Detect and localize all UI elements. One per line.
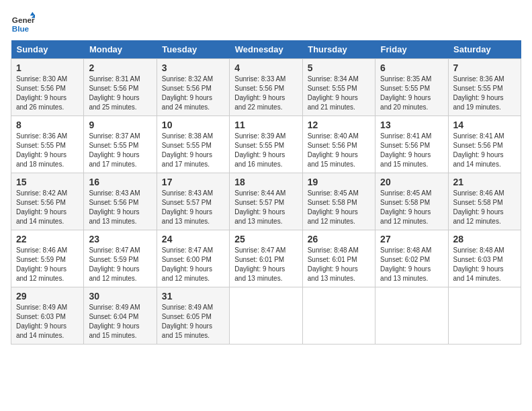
calendar-cell: 13Sunrise: 8:41 AM Sunset: 5:56 PM Dayli…: [375, 116, 448, 173]
day-number: 16: [89, 177, 151, 187]
day-info: Sunrise: 8:46 AM Sunset: 5:58 PM Dayligh…: [453, 189, 516, 226]
calendar-cell: [302, 287, 375, 345]
day-number: 1: [16, 62, 79, 73]
day-info: Sunrise: 8:34 AM Sunset: 5:55 PM Dayligh…: [308, 75, 370, 112]
calendar-cell: 17Sunrise: 8:43 AM Sunset: 5:57 PM Dayli…: [157, 173, 229, 230]
day-info: Sunrise: 8:33 AM Sunset: 5:56 PM Dayligh…: [234, 75, 297, 112]
day-info: Sunrise: 8:31 AM Sunset: 5:56 PM Dayligh…: [89, 75, 151, 112]
day-info: Sunrise: 8:36 AM Sunset: 5:55 PM Dayligh…: [16, 132, 79, 169]
day-info: Sunrise: 8:43 AM Sunset: 5:57 PM Dayligh…: [162, 189, 224, 226]
logo-icon: General Blue: [11, 11, 35, 35]
calendar-week-row: 22Sunrise: 8:46 AM Sunset: 5:59 PM Dayli…: [11, 230, 521, 287]
day-info: Sunrise: 8:41 AM Sunset: 5:56 PM Dayligh…: [453, 132, 516, 169]
day-info: Sunrise: 8:45 AM Sunset: 5:58 PM Dayligh…: [308, 189, 370, 226]
day-info: Sunrise: 8:40 AM Sunset: 5:56 PM Dayligh…: [308, 132, 370, 169]
calendar-cell: 22Sunrise: 8:46 AM Sunset: 5:59 PM Dayli…: [11, 230, 84, 287]
day-number: 18: [234, 177, 297, 187]
calendar-cell: 5Sunrise: 8:34 AM Sunset: 5:55 PM Daylig…: [302, 59, 375, 116]
col-header-tuesday: Tuesday: [157, 40, 229, 59]
day-info: Sunrise: 8:43 AM Sunset: 5:56 PM Dayligh…: [89, 189, 151, 226]
calendar-cell: 7Sunrise: 8:36 AM Sunset: 5:55 PM Daylig…: [448, 59, 521, 116]
col-header-thursday: Thursday: [302, 40, 375, 59]
day-number: 29: [16, 291, 79, 302]
calendar-cell: 3Sunrise: 8:32 AM Sunset: 5:56 PM Daylig…: [157, 59, 229, 116]
day-info: Sunrise: 8:48 AM Sunset: 6:02 PM Dayligh…: [380, 246, 443, 283]
calendar-table: SundayMondayTuesdayWednesdayThursdayFrid…: [11, 40, 521, 345]
day-info: Sunrise: 8:45 AM Sunset: 5:58 PM Dayligh…: [380, 189, 443, 226]
day-number: 21: [453, 177, 516, 187]
day-info: Sunrise: 8:35 AM Sunset: 5:55 PM Dayligh…: [380, 75, 443, 112]
calendar-week-row: 29Sunrise: 8:49 AM Sunset: 6:03 PM Dayli…: [11, 287, 521, 345]
logo: General Blue: [11, 11, 35, 35]
day-info: Sunrise: 8:47 AM Sunset: 5:59 PM Dayligh…: [89, 246, 151, 283]
day-info: Sunrise: 8:48 AM Sunset: 6:03 PM Dayligh…: [453, 246, 516, 283]
day-number: 6: [380, 62, 443, 73]
calendar-cell: 26Sunrise: 8:48 AM Sunset: 6:01 PM Dayli…: [302, 230, 375, 287]
day-info: Sunrise: 8:30 AM Sunset: 5:56 PM Dayligh…: [16, 75, 79, 112]
day-number: 12: [308, 120, 370, 130]
day-number: 15: [16, 177, 79, 187]
calendar-cell: 10Sunrise: 8:38 AM Sunset: 5:55 PM Dayli…: [157, 116, 229, 173]
day-info: Sunrise: 8:49 AM Sunset: 6:03 PM Dayligh…: [16, 303, 79, 340]
day-number: 24: [162, 234, 224, 244]
day-number: 8: [16, 120, 79, 130]
calendar-week-row: 1Sunrise: 8:30 AM Sunset: 5:56 PM Daylig…: [11, 59, 521, 116]
day-number: 3: [162, 62, 224, 73]
calendar-week-row: 15Sunrise: 8:42 AM Sunset: 5:56 PM Dayli…: [11, 173, 521, 230]
day-info: Sunrise: 8:48 AM Sunset: 6:01 PM Dayligh…: [308, 246, 370, 283]
calendar-cell: 27Sunrise: 8:48 AM Sunset: 6:02 PM Dayli…: [375, 230, 448, 287]
calendar-cell: 11Sunrise: 8:39 AM Sunset: 5:55 PM Dayli…: [230, 116, 302, 173]
day-number: 11: [234, 120, 297, 130]
day-info: Sunrise: 8:44 AM Sunset: 5:57 PM Dayligh…: [234, 189, 297, 226]
col-header-wednesday: Wednesday: [230, 40, 302, 59]
calendar-cell: 4Sunrise: 8:33 AM Sunset: 5:56 PM Daylig…: [230, 59, 302, 116]
day-info: Sunrise: 8:47 AM Sunset: 6:01 PM Dayligh…: [234, 246, 297, 283]
svg-text:Blue: Blue: [12, 24, 30, 33]
day-number: 10: [162, 120, 224, 130]
day-number: 25: [234, 234, 297, 244]
day-number: 13: [380, 120, 443, 130]
day-number: 17: [162, 177, 224, 187]
calendar-cell: 15Sunrise: 8:42 AM Sunset: 5:56 PM Dayli…: [11, 173, 84, 230]
col-header-sunday: Sunday: [11, 40, 84, 59]
calendar-cell: 29Sunrise: 8:49 AM Sunset: 6:03 PM Dayli…: [11, 287, 84, 345]
day-info: Sunrise: 8:32 AM Sunset: 5:56 PM Dayligh…: [162, 75, 224, 112]
calendar-cell: 2Sunrise: 8:31 AM Sunset: 5:56 PM Daylig…: [84, 59, 157, 116]
calendar-cell: 24Sunrise: 8:47 AM Sunset: 6:00 PM Dayli…: [157, 230, 229, 287]
day-info: Sunrise: 8:49 AM Sunset: 6:05 PM Dayligh…: [162, 303, 224, 340]
calendar-cell: 8Sunrise: 8:36 AM Sunset: 5:55 PM Daylig…: [11, 116, 84, 173]
day-info: Sunrise: 8:41 AM Sunset: 5:56 PM Dayligh…: [380, 132, 443, 169]
calendar-cell: 28Sunrise: 8:48 AM Sunset: 6:03 PM Dayli…: [448, 230, 521, 287]
day-info: Sunrise: 8:36 AM Sunset: 5:55 PM Dayligh…: [453, 75, 516, 112]
col-header-saturday: Saturday: [448, 40, 521, 59]
calendar-cell: 25Sunrise: 8:47 AM Sunset: 6:01 PM Dayli…: [230, 230, 302, 287]
day-info: Sunrise: 8:47 AM Sunset: 6:00 PM Dayligh…: [162, 246, 224, 283]
day-number: 4: [234, 62, 297, 73]
calendar-cell: 9Sunrise: 8:37 AM Sunset: 5:55 PM Daylig…: [84, 116, 157, 173]
calendar-cell: 12Sunrise: 8:40 AM Sunset: 5:56 PM Dayli…: [302, 116, 375, 173]
calendar-cell: 31Sunrise: 8:49 AM Sunset: 6:05 PM Dayli…: [157, 287, 229, 345]
day-info: Sunrise: 8:42 AM Sunset: 5:56 PM Dayligh…: [16, 189, 79, 226]
calendar-cell: 16Sunrise: 8:43 AM Sunset: 5:56 PM Dayli…: [84, 173, 157, 230]
day-number: 9: [89, 120, 151, 130]
day-info: Sunrise: 8:37 AM Sunset: 5:55 PM Dayligh…: [89, 132, 151, 169]
day-number: 19: [308, 177, 370, 187]
calendar-cell: 18Sunrise: 8:44 AM Sunset: 5:57 PM Dayli…: [230, 173, 302, 230]
day-number: 26: [308, 234, 370, 244]
calendar-cell: 23Sunrise: 8:47 AM Sunset: 5:59 PM Dayli…: [84, 230, 157, 287]
day-number: 31: [162, 291, 224, 302]
calendar-cell: 14Sunrise: 8:41 AM Sunset: 5:56 PM Dayli…: [448, 116, 521, 173]
day-number: 22: [16, 234, 79, 244]
col-header-friday: Friday: [375, 40, 448, 59]
day-number: 27: [380, 234, 443, 244]
header: General Blue: [11, 11, 521, 35]
day-number: 14: [453, 120, 516, 130]
calendar-cell: 6Sunrise: 8:35 AM Sunset: 5:55 PM Daylig…: [375, 59, 448, 116]
day-info: Sunrise: 8:46 AM Sunset: 5:59 PM Dayligh…: [16, 246, 79, 283]
day-number: 30: [89, 291, 151, 302]
day-number: 5: [308, 62, 370, 73]
calendar-header-row: SundayMondayTuesdayWednesdayThursdayFrid…: [11, 40, 521, 59]
calendar-cell: 21Sunrise: 8:46 AM Sunset: 5:58 PM Dayli…: [448, 173, 521, 230]
day-number: 23: [89, 234, 151, 244]
calendar-cell: 20Sunrise: 8:45 AM Sunset: 5:58 PM Dayli…: [375, 173, 448, 230]
